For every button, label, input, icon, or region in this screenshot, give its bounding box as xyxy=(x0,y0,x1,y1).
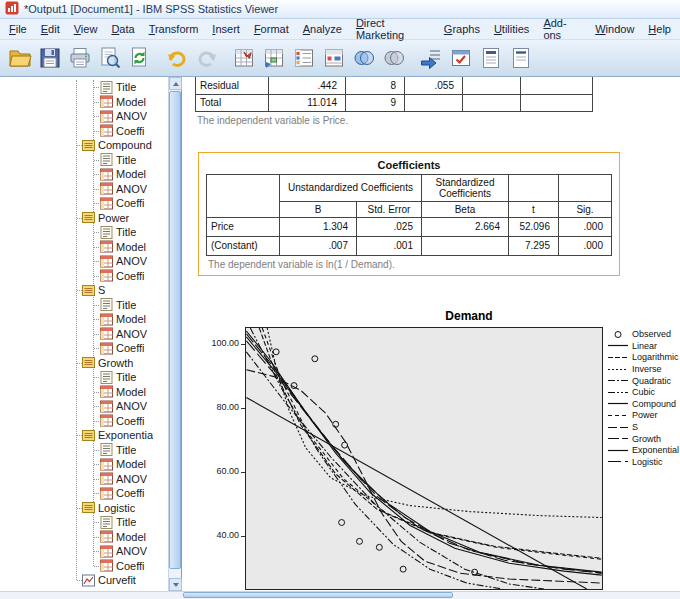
variables-button[interactable] xyxy=(289,43,319,73)
redo-button[interactable] xyxy=(192,43,222,73)
select-last-output-button[interactable] xyxy=(416,43,446,73)
observed-point xyxy=(339,519,345,525)
open-icon xyxy=(8,46,32,70)
menu-edit[interactable]: Edit xyxy=(34,20,67,38)
outline-table-icon xyxy=(100,385,113,398)
menu-help[interactable]: Help xyxy=(641,20,678,38)
menu-file[interactable]: File xyxy=(2,20,34,38)
cell: 8 xyxy=(346,77,405,94)
legend-marker-observed xyxy=(608,330,628,339)
scroll-up-button[interactable] xyxy=(169,77,182,90)
menu-window[interactable]: Window xyxy=(588,20,641,38)
outline-title-icon xyxy=(100,226,113,239)
outline-item-anov[interactable]: ANOV xyxy=(0,182,168,197)
outline-scrollbar-thumb[interactable] xyxy=(169,91,181,569)
open-button[interactable] xyxy=(5,43,35,73)
print-button[interactable] xyxy=(65,43,95,73)
legend-label: Inverse xyxy=(632,364,662,374)
outline-item-model[interactable]: Model xyxy=(0,385,168,400)
header-cell xyxy=(207,174,280,217)
outline-item-model[interactable]: Model xyxy=(0,530,168,545)
y-tick-mark xyxy=(241,344,245,345)
outline-item-coeffi[interactable]: Coeffi xyxy=(0,124,168,139)
outline-item-label: Title xyxy=(116,154,136,166)
outline-title-icon xyxy=(100,371,113,384)
show-all-variables-button[interactable] xyxy=(379,43,409,73)
goto-case-button[interactable] xyxy=(259,43,289,73)
designate-window-button[interactable] xyxy=(446,43,476,73)
use-variable-sets-button[interactable] xyxy=(349,43,379,73)
menu-add-ons[interactable]: Add-ons xyxy=(536,14,588,44)
outline-table-icon xyxy=(100,95,113,108)
menu-format[interactable]: Format xyxy=(247,20,296,38)
outline-item-power[interactable]: Power xyxy=(0,211,168,226)
outline-item-curvefit[interactable]: Curvefit xyxy=(0,573,168,588)
outline-item-title[interactable]: Title xyxy=(0,370,168,385)
outline-item-model[interactable]: Model xyxy=(0,167,168,182)
outline-item-s[interactable]: S xyxy=(0,283,168,298)
menu-graphs[interactable]: Graphs xyxy=(437,20,487,38)
outline-table-icon xyxy=(100,168,113,181)
legend-line-sample xyxy=(608,388,628,397)
outline-item-coeffi[interactable]: Coeffi xyxy=(0,414,168,429)
menu-utilities[interactable]: Utilities xyxy=(487,20,536,38)
insert-heading-button[interactable] xyxy=(476,43,506,73)
outline-item-anov[interactable]: ANOV xyxy=(0,472,168,487)
outline-item-growth[interactable]: Growth xyxy=(0,356,168,371)
outline-item-compound[interactable]: Compound xyxy=(0,138,168,153)
outline-item-model[interactable]: Model xyxy=(0,95,168,110)
outline-item-coeffi[interactable]: Coeffi xyxy=(0,196,168,211)
outline-item-anov[interactable]: ANOV xyxy=(0,327,168,342)
outline-item-anov[interactable]: ANOV xyxy=(0,399,168,414)
outline-item-anov[interactable]: ANOV xyxy=(0,254,168,269)
value-labels-button[interactable] xyxy=(319,43,349,73)
outline-item-label: Coeffi xyxy=(116,197,145,209)
outline-item-model[interactable]: Model xyxy=(0,457,168,472)
outline-table-icon xyxy=(100,269,113,282)
outline-item-anov[interactable]: ANOV xyxy=(0,109,168,124)
insert-title-button[interactable] xyxy=(506,43,536,73)
table-row: Price 1.304 .025 2.664 52.096 .000 xyxy=(207,217,612,236)
horizontal-scrollbar-thumb[interactable] xyxy=(183,592,453,598)
goto-data-button[interactable] xyxy=(229,43,259,73)
outline-item-exponentia[interactable]: Exponentia xyxy=(0,428,168,443)
outline-item-coeffi[interactable]: Coeffi xyxy=(0,341,168,356)
horizontal-scrollbar[interactable] xyxy=(0,591,680,599)
menu-analyze[interactable]: Analyze xyxy=(296,20,349,38)
legend-entry-s: S xyxy=(608,421,680,433)
menu-insert[interactable]: Insert xyxy=(205,20,247,38)
outline-item-title[interactable]: Title xyxy=(0,153,168,168)
anova-table-fragment[interactable]: Residual .442 8 .055 Total 11.014 9 xyxy=(195,77,593,112)
outline-item-logistic[interactable]: Logistic xyxy=(0,501,168,516)
outline-item-title[interactable]: Title xyxy=(0,298,168,313)
series-cubic xyxy=(250,328,502,589)
insert-title-icon xyxy=(509,46,533,70)
outline-item-model[interactable]: Model xyxy=(0,312,168,327)
demand-chart[interactable]: Demand 100.0080.0060.0040.00 ObservedLin… xyxy=(195,309,680,590)
outline-item-coeffi[interactable]: Coeffi xyxy=(0,486,168,501)
legend-label: Exponential xyxy=(632,445,679,455)
menu-view[interactable]: View xyxy=(67,20,105,38)
print-preview-button[interactable] xyxy=(95,43,125,73)
coefficients-block[interactable]: Coefficients Unstandardized Coefficients… xyxy=(198,152,620,276)
outline-scrollbar[interactable] xyxy=(168,77,181,591)
menu-data[interactable]: Data xyxy=(104,20,141,38)
legend-line-sample xyxy=(608,434,628,443)
scroll-down-button[interactable] xyxy=(169,578,182,591)
menu-direct-marketing[interactable]: Direct Marketing xyxy=(349,14,437,44)
outline-item-title[interactable]: Title xyxy=(0,225,168,240)
coefficients-table[interactable]: Unstandardized Coefficients Standardized… xyxy=(206,174,612,256)
outline-item-coeffi[interactable]: Coeffi xyxy=(0,269,168,284)
outline-item-model[interactable]: Model xyxy=(0,240,168,255)
save-button[interactable] xyxy=(35,43,65,73)
outline-item-coeffi[interactable]: Coeffi xyxy=(0,559,168,574)
outline-item-title[interactable]: Title xyxy=(0,515,168,530)
undo-button[interactable] xyxy=(162,43,192,73)
outline-table-icon xyxy=(100,530,113,543)
output-pane[interactable]: Residual .442 8 .055 Total 11.014 9 The … xyxy=(182,77,680,591)
menu-transform[interactable]: Transform xyxy=(142,20,206,38)
outline-item-title[interactable]: Title xyxy=(0,443,168,458)
dialog-recall-button[interactable] xyxy=(125,43,155,73)
outline-item-anov[interactable]: ANOV xyxy=(0,544,168,559)
outline-item-title[interactable]: Title xyxy=(0,80,168,95)
